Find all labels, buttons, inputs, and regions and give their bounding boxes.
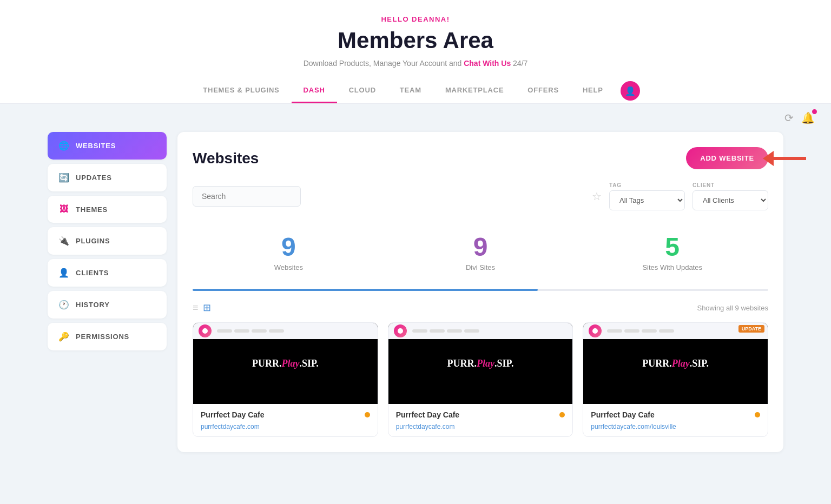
tab-team[interactable]: TEAM (388, 78, 433, 103)
arrow-head (763, 151, 774, 166)
greeting-text: HELLO DEANNA! (11, 15, 820, 23)
updates-icon: 🔄 (58, 173, 69, 183)
refresh-icon[interactable]: ⟳ (784, 111, 794, 124)
sidebar-item-plugins[interactable]: 🔌 PLUGINS (48, 227, 167, 255)
sidebar-label-history: HISTORY (76, 301, 110, 309)
card-info: Purrfect Day Cafe purrfectdaycafe.com/lo… (583, 404, 768, 436)
add-website-wrapper: ADD WEBSITE (686, 147, 768, 169)
tag-filter-label: TAG (609, 182, 685, 188)
card-info: Purrfect Day Cafe purrfectdaycafe.com (193, 404, 378, 436)
card-name-row: Purrfect Day Cafe (201, 410, 370, 419)
account-icon[interactable]: 👤 (621, 81, 640, 101)
subtitle-post: 24/7 (513, 59, 527, 68)
client-filter-label: CLIENT (692, 182, 768, 188)
stat-label-websites: Websites (198, 263, 379, 271)
sidebar-label-plugins: PLUGINS (76, 237, 110, 245)
website-card[interactable]: PURR.Play.SIP. Purrfect Day Cafe purrfec… (388, 322, 573, 437)
stat-number-updates: 5 (582, 234, 763, 260)
add-website-button[interactable]: ADD WEBSITE (686, 147, 768, 169)
search-input[interactable] (193, 186, 301, 207)
status-dot (755, 412, 760, 417)
sidebar-label-websites: WEBSITES (76, 142, 116, 150)
tag-filter-select[interactable]: All Tags (609, 190, 685, 210)
stat-number-divi: 9 (390, 234, 571, 260)
stat-websites: 9 Websites (193, 226, 385, 280)
notification-icon[interactable]: 🔔 (801, 111, 815, 124)
card-name: Purrfect Day Cafe (201, 410, 265, 419)
status-dot (559, 412, 565, 417)
card-thumbnail: PURR.Play.SIP. (193, 323, 378, 404)
websites-icon: 🌐 (58, 141, 69, 151)
thumb-top-bar (388, 323, 573, 339)
arrow-shaft (774, 157, 806, 160)
filter-row: ☆ TAG All Tags CLIENT All Clients (193, 182, 768, 210)
card-name: Purrfect Day Cafe (396, 410, 460, 419)
thumb-top-bar (193, 323, 378, 339)
subtitle: Download Products, Manage Your Account a… (11, 59, 820, 68)
client-filter-group: CLIENT All Clients (692, 182, 768, 210)
stat-updates: 5 Sites With Updates (576, 226, 768, 280)
status-dot (365, 412, 370, 417)
sidebar-item-websites[interactable]: 🌐 WEBSITES (48, 132, 167, 160)
star-filter-button[interactable]: ☆ (592, 190, 602, 203)
card-thumbnail: PURR.Play.SIP. (388, 323, 573, 404)
card-brand-text: PURR.Play.SIP. (447, 358, 514, 369)
sidebar: 🌐 WEBSITES 🔄 UPDATES 🖼 THEMES 🔌 PLUGINS … (48, 132, 167, 452)
sidebar-label-permissions: PERMISSIONS (76, 333, 129, 341)
nav-tabs: THEMES & PLUGINS DASH CLOUD TEAM MARKETP… (11, 78, 820, 103)
thumb-nav-dots (412, 329, 479, 333)
website-card[interactable]: PURR.Play.SIP. Purrfect Day Cafe purrfec… (193, 322, 378, 437)
thumb-nav-dots (607, 329, 674, 333)
list-view-icon[interactable]: ≡ (193, 302, 199, 314)
thumb-logo (199, 324, 212, 337)
sidebar-item-themes[interactable]: 🖼 THEMES (48, 196, 167, 223)
subtitle-pre: Download Products, Manage Your Account a… (304, 59, 462, 68)
showing-text: Showing all 9 websites (697, 304, 768, 312)
sidebar-item-updates[interactable]: 🔄 UPDATES (48, 164, 167, 191)
top-header: HELLO DEANNA! Members Area Download Prod… (0, 0, 831, 104)
card-brand-text: PURR.Play.SIP. (252, 358, 319, 369)
update-badge: UPDATE (738, 325, 764, 333)
card-url[interactable]: purrfectdaycafe.com (396, 423, 455, 430)
website-card[interactable]: UPDATE PURR.Play.SIP. Purrfect Day Cafe … (583, 322, 768, 437)
card-name-row: Purrfect Day Cafe (591, 410, 760, 419)
card-brand-text: PURR.Play.SIP. (642, 358, 709, 369)
card-url[interactable]: purrfectdaycafe.com (201, 423, 260, 430)
tab-offers[interactable]: OFFERS (516, 78, 571, 103)
permissions-icon: 🔑 (58, 331, 69, 342)
thumb-nav-dots (217, 329, 284, 333)
tab-themes-plugins[interactable]: THEMES & PLUGINS (191, 78, 291, 103)
content-header: Websites ADD WEBSITE (193, 147, 768, 169)
tab-help[interactable]: HELP (571, 78, 615, 103)
content-area: Websites ADD WEBSITE ☆ TAG All Tags CLIE… (177, 132, 783, 452)
grid-view-icon[interactable]: ⊞ (203, 302, 211, 314)
history-icon: 🕐 (58, 300, 69, 310)
websites-grid: PURR.Play.SIP. Purrfect Day Cafe purrfec… (193, 322, 768, 437)
card-thumbnail: UPDATE PURR.Play.SIP. (583, 323, 768, 404)
arrow-indicator (763, 151, 806, 166)
thumb-logo (589, 324, 602, 337)
chat-link[interactable]: Chat With Us (464, 59, 511, 68)
client-filter-select[interactable]: All Clients (692, 190, 768, 210)
sidebar-item-clients[interactable]: 👤 CLIENTS (48, 259, 167, 287)
stat-divi-sites: 9 Divi Sites (385, 226, 577, 280)
toolbar-row: ⟳ 🔔 (0, 104, 831, 132)
sidebar-item-permissions[interactable]: 🔑 PERMISSIONS (48, 323, 167, 350)
themes-icon: 🖼 (58, 204, 69, 214)
notification-badge (812, 109, 817, 114)
tag-filter-group: TAG All Tags (609, 182, 685, 210)
clients-icon: 👤 (58, 268, 69, 278)
card-name: Purrfect Day Cafe (591, 410, 655, 419)
tab-cloud[interactable]: CLOUD (337, 78, 388, 103)
tab-dash[interactable]: DASH (292, 78, 337, 103)
stat-label-divi: Divi Sites (390, 263, 571, 271)
stat-label-updates: Sites With Updates (582, 263, 763, 271)
progress-bar-fill (193, 289, 538, 291)
sidebar-item-history[interactable]: 🕐 HISTORY (48, 291, 167, 319)
sidebar-label-updates: UPDATES (76, 174, 112, 182)
tab-marketplace[interactable]: MARKETPLACE (433, 78, 516, 103)
card-url[interactable]: purrfectdaycafe.com/louisville (591, 423, 676, 430)
page-title: Members Area (11, 28, 820, 54)
content-title: Websites (193, 150, 259, 167)
thumb-logo (394, 324, 407, 337)
